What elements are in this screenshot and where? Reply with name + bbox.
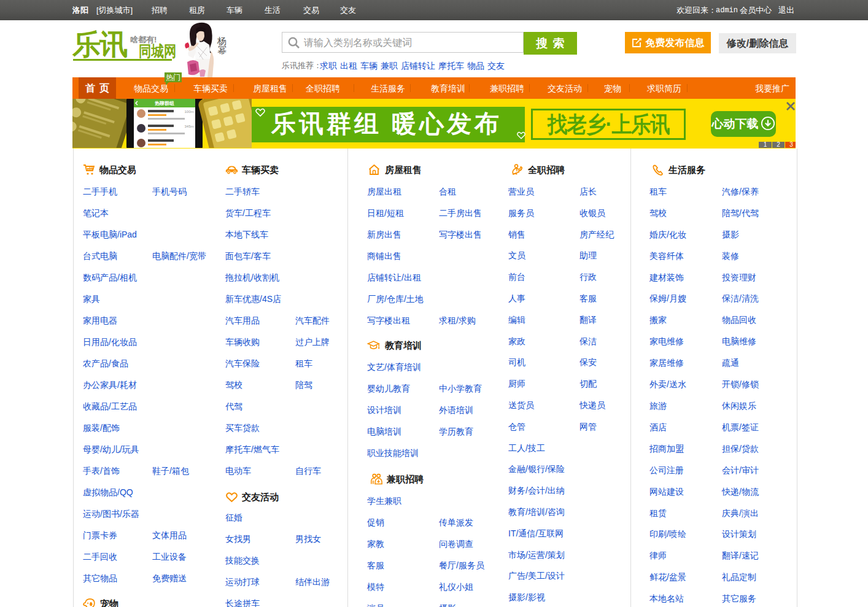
svg-text:热聊群组: 热聊群组 [154, 101, 174, 106]
svg-text:100m: 100m [184, 110, 193, 114]
svg-text:345m: 345m [184, 125, 193, 128]
